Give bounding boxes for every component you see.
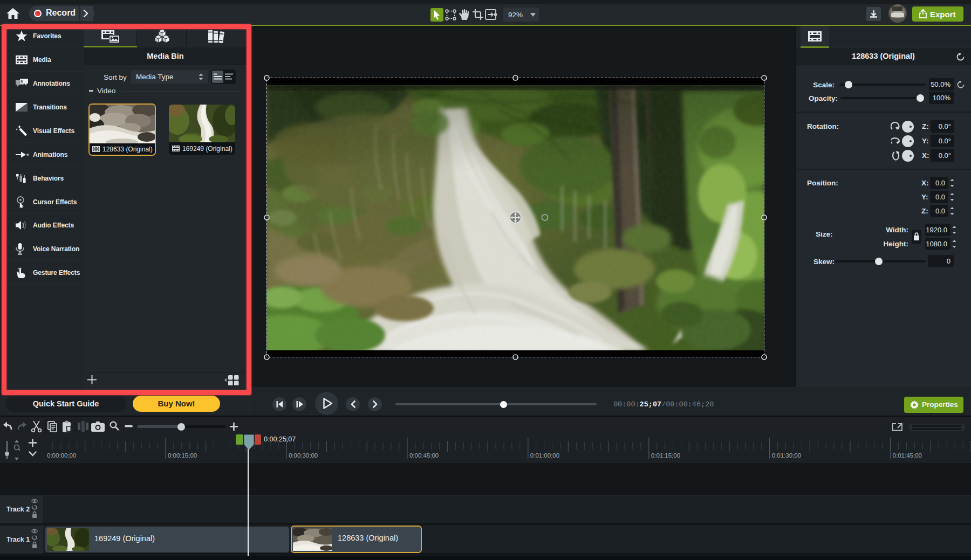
svg-text:0:01:15;00: 0:01:15;00 — [651, 452, 680, 459]
svg-text:0:00:15;00: 0:00:15;00 — [168, 452, 197, 459]
svg-text:0:00:30;00: 0:00:30;00 — [289, 452, 318, 459]
svg-text:0:01:00;00: 0:01:00;00 — [530, 452, 559, 459]
svg-text:0:01:30;00: 0:01:30;00 — [772, 452, 801, 459]
svg-text:0:00:00;00: 0:00:00;00 — [47, 452, 76, 459]
svg-text:0:00:45;00: 0:00:45;00 — [409, 452, 439, 459]
svg-text:0:01:45;00: 0:01:45;00 — [893, 452, 922, 459]
